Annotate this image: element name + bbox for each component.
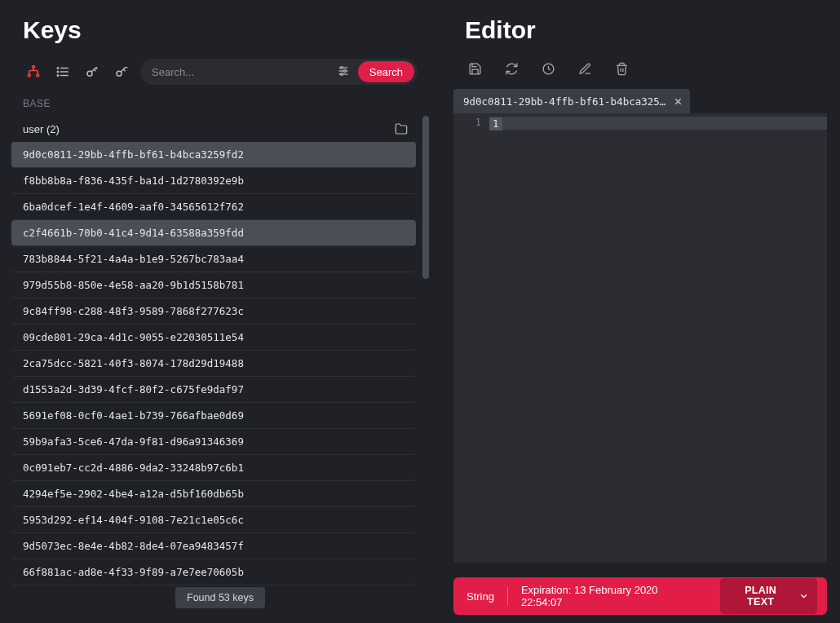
key-row[interactable]: f8bb8b8a-f836-435f-ba1d-1d2780392e9b (11, 168, 416, 194)
code-content: 1 (489, 117, 502, 130)
list-view-icon[interactable] (52, 61, 73, 82)
key-row[interactable]: 09cde801-29ca-4d1c-9055-e22030511e54 (11, 325, 416, 351)
keys-panel: Keys (0, 0, 440, 623)
svg-point-7 (57, 71, 59, 73)
svg-point-6 (57, 68, 59, 69)
edit-icon[interactable] (575, 59, 595, 79)
save-icon[interactable] (465, 59, 485, 79)
delete-icon[interactable] (612, 59, 632, 79)
close-icon[interactable] (673, 96, 683, 107)
folder-row[interactable]: user (2) (11, 116, 416, 142)
status-bar: String Expiration: 13 February 2020 22:5… (453, 577, 827, 615)
svg-point-10 (117, 71, 122, 76)
key-row[interactable]: c2f4661b-70b0-41c4-9d14-63588a359fdd (11, 220, 416, 246)
found-toast: Found 53 keys (175, 587, 265, 608)
refresh-icon[interactable] (502, 59, 522, 79)
folder-icon (395, 122, 408, 135)
line-number: 1 (453, 113, 489, 563)
status-expiration: Expiration: 13 February 2020 22:54:07 (521, 584, 694, 608)
editor-tab[interactable]: 9d0c0811-29bb-4ffb-bf61-b4bca3259f... (453, 89, 690, 113)
key-row[interactable]: 783b8844-5f21-4a4a-b1e9-5267bc783aa4 (11, 246, 416, 272)
svg-point-9 (87, 71, 92, 76)
editor-tabs: 9d0c0811-29bb-4ffb-bf61-b4bca3259f... (440, 89, 840, 113)
svg-point-14 (340, 66, 343, 68)
scrollbar-thumb[interactable] (422, 116, 429, 279)
key-row[interactable]: 9d5073ec-8e4e-4b82-8de4-07ea9483457f (11, 533, 416, 559)
svg-point-0 (33, 66, 35, 68)
search-input[interactable] (152, 66, 332, 78)
tab-label: 9d0c0811-29bb-4ffb-bf61-b4bca3259f... (463, 95, 666, 108)
format-label: PLAIN TEXT (732, 585, 790, 608)
search-button[interactable]: Search (358, 61, 414, 82)
status-type: String (466, 590, 494, 603)
svg-point-16 (340, 73, 343, 75)
key-row[interactable]: 5691ef08-0cf0-4ae1-b739-766afbae0d69 (11, 403, 416, 429)
key-row[interactable]: 59b9afa3-5ce6-47da-9f81-d96a91346369 (11, 429, 416, 455)
folder-label: user (2) (23, 123, 60, 135)
editor-panel: Editor (440, 0, 840, 623)
keys-toolbar: Search (0, 52, 440, 93)
key-row[interactable]: 4294ef5e-2902-4be4-a12a-d5bf160db65b (11, 481, 416, 507)
editor-title: Editor (440, 0, 840, 54)
filter-icon[interactable] (332, 64, 355, 80)
key-row[interactable]: 9c84ff98-c288-48f3-9589-7868f277623c (11, 298, 416, 325)
ttl-icon[interactable] (538, 59, 559, 79)
svg-point-2 (37, 74, 39, 77)
editor-body[interactable]: 1 1 (453, 113, 827, 563)
svg-point-15 (343, 69, 346, 72)
add-key-icon[interactable] (82, 61, 103, 82)
editor-toolbar (440, 54, 840, 89)
key-row[interactable]: 6ba0dcef-1e4f-4609-aaf0-34565612f762 (11, 194, 416, 220)
key-row[interactable]: d1553a2d-3d39-4fcf-80f2-c675fe9daf97 (11, 377, 416, 403)
svg-point-1 (28, 74, 30, 77)
code-area[interactable]: 1 (489, 113, 827, 563)
chevron-down-icon (798, 590, 809, 602)
section-label: BASE (0, 93, 440, 116)
format-selector[interactable]: PLAIN TEXT (720, 578, 817, 614)
tree-view-icon[interactable] (23, 61, 44, 82)
key-row[interactable]: 66f881ac-ad8e-4f33-9f89-a7e7ee70605b (11, 559, 416, 585)
key-row[interactable]: 9d0c0811-29bb-4ffb-bf61-b4bca3259fd2 (11, 142, 416, 168)
delete-key-icon[interactable] (111, 61, 132, 82)
key-row[interactable]: 0c091eb7-cc2d-4886-9da2-33248b97c6b1 (11, 455, 416, 481)
key-row[interactable]: 5953d292-ef14-404f-9108-7e21c1e05c6c (11, 507, 416, 533)
search-box[interactable]: Search (140, 59, 418, 85)
svg-point-8 (57, 75, 59, 77)
keys-title: Keys (23, 16, 418, 44)
key-row[interactable]: 2ca75dcc-5821-40f3-8074-178d29d19488 (11, 351, 416, 377)
key-row[interactable]: 979d55b8-850e-4e58-aa20-9b1d5158b781 (11, 272, 416, 298)
